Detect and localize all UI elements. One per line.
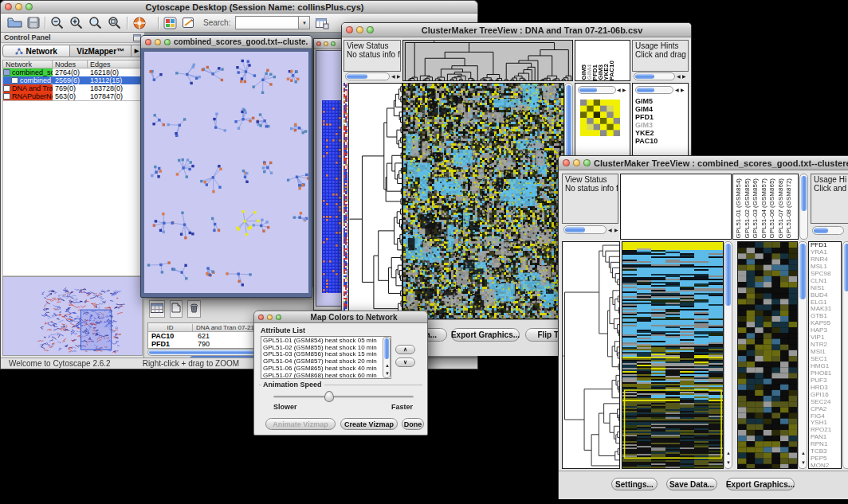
scroll-down-arrow[interactable]: ▼	[726, 460, 731, 465]
experiment-column-label[interactable]: GPL51-02 (GSM855)	[744, 178, 752, 239]
column-gene-label[interactable]: GIM3	[597, 64, 603, 80]
dialog-title-bar[interactable]: Map Colors to Network	[254, 311, 427, 323]
experiment-column-label[interactable]: GPL51-03 (GSM856)	[752, 178, 760, 239]
row-gene-label[interactable]: TCB3	[811, 448, 841, 455]
attribute-list-item[interactable]: GPL51-03 (GSM856) heat shock 15 min	[261, 351, 391, 358]
row-gene-label[interactable]: FIG4	[811, 413, 841, 420]
tv2-usage-hscrollbar[interactable]	[812, 226, 844, 235]
search-input[interactable]	[235, 16, 299, 29]
row-gene-label[interactable]: YKE2	[635, 129, 658, 137]
scroll-up-arrow[interactable]: ▲	[801, 451, 806, 455]
tv2-detail-heatmap-pane[interactable]	[737, 241, 798, 469]
close-icon[interactable]	[258, 315, 264, 320]
row-gene-label[interactable]: HRD3	[811, 385, 841, 392]
tv1-row-dendrogram-pane[interactable]	[348, 83, 402, 319]
hscroll-thumb[interactable]	[635, 74, 654, 79]
zoom-window-icon[interactable]	[164, 39, 171, 45]
row-gene-label[interactable]: GIM4	[635, 105, 658, 113]
zoom-window-icon[interactable]	[276, 315, 281, 320]
row-gene-label[interactable]: MSI1	[811, 349, 841, 356]
network1-title-bar[interactable]: combined_scores_good.txt--cluste...	[141, 36, 312, 49]
experiment-column-label[interactable]: GPL51-01 (GSM854)	[735, 178, 744, 239]
vscroll-thumb[interactable]	[799, 244, 806, 299]
tv2-detail-vscrollbar[interactable]: ▲ ▼	[798, 241, 807, 469]
attribute-table-icon[interactable]	[149, 300, 165, 318]
tv2-row-dendrogram-pane[interactable]	[562, 241, 620, 469]
done-button[interactable]: Done	[402, 418, 424, 430]
zoom-out-icon[interactable]	[50, 16, 65, 29]
attribute-list-box[interactable]: GPL51-01 (GSM854) heat shock 05 minGPL51…	[261, 336, 391, 379]
attribute-list-item[interactable]: GPL51-07 (GSM868) heat shock 60 min	[261, 373, 391, 379]
scroll-left-arrow[interactable]: ◀	[617, 88, 621, 92]
tv1-status-hscrollbar[interactable]	[345, 72, 390, 80]
row-gene-label[interactable]: PHO81	[811, 370, 841, 377]
vizmapper-icon[interactable]	[163, 17, 177, 29]
row-gene-label[interactable]: GIM3	[635, 121, 658, 129]
hscroll-thumb[interactable]	[814, 228, 828, 233]
zoom-window-icon[interactable]	[26, 3, 33, 10]
row-gene-label[interactable]: NTR2	[811, 342, 841, 349]
tab-vizmapper[interactable]: VizMapper™	[70, 45, 132, 57]
row-gene-label[interactable]: PAN1	[811, 434, 841, 441]
hscroll-thumb[interactable]	[347, 74, 367, 79]
close-icon[interactable]	[145, 39, 151, 45]
row-gene-label[interactable]: MSL1	[811, 264, 841, 271]
attribute-list-item[interactable]: GPL51-04 (GSM857) heat shock 20 min	[261, 358, 391, 365]
row-gene-label[interactable]: NIS1	[811, 285, 841, 292]
tv1-heatmap-pane[interactable]	[402, 83, 564, 319]
row-gene-label[interactable]: GTB1	[811, 313, 841, 320]
row-gene-label[interactable]: HMG1	[811, 363, 841, 370]
experiment-column-label[interactable]: GPL51-04 (GSM857)	[760, 178, 769, 239]
animate-vizmap-button[interactable]: Animate Vizmap	[265, 418, 336, 430]
vscroll-thumb[interactable]	[384, 338, 389, 359]
network-table-row[interactable]: RNAPuberNov2+| 563(0) 107847(0)	[3, 92, 142, 100]
network-overview-canvas[interactable]	[3, 277, 142, 355]
scroll-right-arrow[interactable]: ▶	[614, 228, 618, 232]
scroll-up-arrow[interactable]: ▲	[726, 451, 731, 455]
attribute-browser-icon[interactable]	[315, 17, 329, 29]
zoom-window-icon[interactable]	[367, 26, 374, 33]
treeview2-title-bar[interactable]: ClusterMaker TreeView : combined_scores_…	[559, 156, 848, 170]
scroll-left-arrow[interactable]: ◀	[677, 74, 681, 79]
zoom-fit-icon[interactable]	[88, 16, 103, 29]
column-gene-label[interactable]: PFD1	[591, 64, 597, 80]
tv2-heatmap-pane[interactable]	[622, 241, 724, 469]
zoom-window-icon[interactable]	[583, 159, 591, 166]
network-table-row[interactable]: combined_scores_ 2764(0) 16218(0)	[3, 68, 142, 76]
row-gene-label[interactable]: SEC1	[811, 356, 841, 363]
row-gene-label[interactable]: RNR4	[811, 256, 841, 264]
minimize-icon[interactable]	[155, 39, 161, 45]
attribute-list-item[interactable]: GPL51-06 (GSM865) heat shock 40 min	[261, 365, 391, 373]
move-down-button[interactable]: ∨	[395, 357, 415, 367]
heatmap-canvas[interactable]	[622, 242, 723, 468]
column-dendrogram-canvas[interactable]	[403, 41, 572, 80]
tv2-labels-vscrollbar[interactable]	[799, 174, 808, 240]
minimize-icon[interactable]	[324, 41, 328, 46]
correlation-matrix-canvas[interactable]	[580, 100, 620, 136]
network-overview[interactable]	[2, 276, 143, 356]
col-header-nodes[interactable]: Nodes	[53, 61, 88, 68]
hscroll-thumb[interactable]	[565, 227, 585, 232]
delete-attribute-trash-icon[interactable]	[187, 300, 201, 318]
row-gene-label[interactable]: SPC98	[811, 271, 841, 278]
close-icon[interactable]	[5, 3, 12, 10]
tv1-labels-hscrollbar[interactable]	[635, 86, 673, 94]
tab-network[interactable]: Network	[2, 45, 70, 57]
main-title-bar[interactable]: Cytoscape Desktop (Session Name: collins…	[1, 1, 477, 14]
scroll-left-arrow[interactable]: ◀	[675, 88, 679, 92]
row-gene-label[interactable]: PFD1	[811, 242, 841, 249]
experiment-column-label[interactable]: GPL51-06 (GSM865)	[768, 178, 777, 239]
tv1-usage-hscrollbar[interactable]	[634, 72, 675, 80]
zoom-in-icon[interactable]	[69, 16, 84, 29]
row-gene-label[interactable]: ELG1	[811, 299, 841, 307]
speed-slider-track[interactable]	[273, 396, 414, 398]
zoom-selected-icon[interactable]	[108, 16, 122, 29]
minimize-icon[interactable]	[15, 3, 22, 10]
row-dendrogram-canvas[interactable]	[563, 242, 619, 468]
network1-canvas[interactable]	[144, 52, 308, 293]
vscroll-thumb[interactable]	[801, 176, 807, 211]
save-icon[interactable]	[27, 17, 40, 29]
network-table-header[interactable]: Network Nodes Edges	[2, 60, 143, 68]
vscroll-thumb[interactable]	[725, 244, 731, 306]
scroll-right-arrow[interactable]: ▶	[681, 88, 685, 92]
